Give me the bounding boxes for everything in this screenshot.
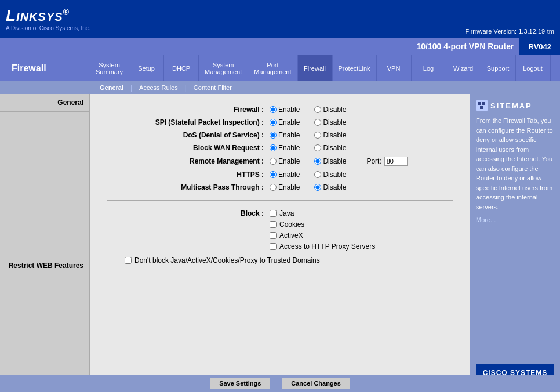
spi-disable-option[interactable]: Disable <box>314 118 346 126</box>
model-name: 10/100 4-port VPN Router <box>0 42 519 51</box>
sidebar: General Restrict WEB Features <box>0 94 90 392</box>
save-settings-button[interactable]: Save Settings <box>210 378 270 389</box>
section-title: Firewall <box>0 55 90 81</box>
label-spi: SPI (Stateful Packet Inspection) : <box>107 118 270 126</box>
multicast-disable-label: Disable <box>323 183 346 191</box>
sub-nav: General | Access Rules | Content Filter <box>0 81 560 94</box>
multicast-disable-radio[interactable] <box>314 184 321 191</box>
firewall-enable-radio[interactable] <box>270 106 277 113</box>
logo-area: LINKSYS® A Division of Cisco Systems, In… <box>6 6 90 31</box>
svg-rect-0 <box>478 102 481 105</box>
tab-setup[interactable]: Setup <box>129 55 164 81</box>
firewall-disable-radio[interactable] <box>314 106 321 113</box>
block-proxy-checkbox[interactable] <box>270 243 277 250</box>
cancel-changes-button[interactable]: Cancel Changes <box>282 378 350 389</box>
radio-group-spi: Enable Disable <box>270 118 358 126</box>
dos-enable-label: Enable <box>278 131 300 139</box>
subtab-access-rules[interactable]: Access Rules <box>132 83 185 92</box>
remote-mgmt-disable-option[interactable]: Disable <box>314 157 346 165</box>
radio-group-firewall: Enable Disable <box>270 106 358 114</box>
tab-port-management[interactable]: PortManagement <box>248 55 297 81</box>
block-proxy-label: Access to HTTP Proxy Servers <box>279 242 375 251</box>
https-disable-radio[interactable] <box>314 171 321 178</box>
https-enable-option[interactable]: Enable <box>270 170 300 179</box>
https-enable-radio[interactable] <box>270 171 277 178</box>
block-wan-enable-option[interactable]: Enable <box>270 144 300 152</box>
tab-log[interactable]: Log <box>412 55 446 81</box>
spi-enable-option[interactable]: Enable <box>270 118 300 126</box>
tab-support[interactable]: Support <box>481 55 516 81</box>
block-cookies-option[interactable]: Cookies <box>270 220 375 228</box>
row-https: HTTPS : Enable Disable <box>107 170 453 179</box>
port-input[interactable] <box>384 157 408 166</box>
sitemap-title: SITEMAP <box>490 101 532 110</box>
block-checkbox-list: Java Cookies ActiveX Access to HTTP Prox… <box>270 209 375 251</box>
multicast-enable-radio[interactable] <box>270 184 277 191</box>
tab-system-management[interactable]: SystemManagement <box>199 55 248 81</box>
dos-disable-option[interactable]: Disable <box>314 131 346 139</box>
port-label: Port: <box>366 157 381 165</box>
content-area: Firewall : Enable Disable SPI (Stateful … <box>90 94 470 392</box>
tagline: A Division of Cisco Systems, Inc. <box>6 25 90 31</box>
https-disable-option[interactable]: Disable <box>314 170 346 179</box>
tab-firewall[interactable]: Firewall <box>298 55 333 81</box>
tab-logout[interactable]: Logout <box>516 55 551 81</box>
sitemap-container: SITEMAP From the Firewall Tab, you can c… <box>476 100 554 386</box>
block-wan-disable-radio[interactable] <box>314 144 321 151</box>
spi-enable-radio[interactable] <box>270 119 277 126</box>
remote-mgmt-disable-radio[interactable] <box>314 158 321 165</box>
block-activex-label: ActiveX <box>279 231 303 239</box>
model-bar: 10/100 4-port VPN Router RV042 <box>0 38 560 55</box>
block-java-checkbox[interactable] <box>270 210 277 217</box>
header: LINKSYS® A Division of Cisco Systems, In… <box>0 0 560 38</box>
subtab-general[interactable]: General <box>93 83 130 92</box>
multicast-disable-option[interactable]: Disable <box>314 183 346 191</box>
row-block-wan: Block WAN Request : Enable Disable <box>107 144 453 152</box>
https-enable-label: Enable <box>278 170 300 179</box>
block-wan-enable-label: Enable <box>278 144 300 152</box>
port-field: Port: <box>366 157 407 166</box>
row-remote-mgmt: Remote Management : Enable Disable Port: <box>107 157 453 166</box>
dos-disable-radio[interactable] <box>314 132 321 139</box>
row-firewall: Firewall : Enable Disable <box>107 106 453 114</box>
block-activex-checkbox[interactable] <box>270 232 277 239</box>
block-wan-disable-label: Disable <box>323 144 346 152</box>
sitemap-more-link[interactable]: More... <box>476 216 554 223</box>
remote-mgmt-enable-radio[interactable] <box>270 158 277 165</box>
subtab-content-filter[interactable]: Content Filter <box>187 83 239 92</box>
sitemap-panel: SITEMAP From the Firewall Tab, you can c… <box>470 94 560 392</box>
sitemap-header: SITEMAP <box>476 100 554 111</box>
spi-disable-radio[interactable] <box>314 119 321 126</box>
firewall-enable-label: Enable <box>278 106 300 114</box>
model-number: RV042 <box>519 38 560 55</box>
label-multicast: Multicast Pass Through : <box>107 183 270 191</box>
radio-group-dos: Enable Disable <box>270 131 358 139</box>
tab-dhcp[interactable]: DHCP <box>164 55 199 81</box>
block-proxy-option[interactable]: Access to HTTP Proxy Servers <box>270 242 375 251</box>
firewall-enable-option[interactable]: Enable <box>270 106 300 114</box>
block-section: Block : Java Cookies ActiveX Access to H… <box>107 209 453 251</box>
block-activex-option[interactable]: ActiveX <box>270 231 375 239</box>
block-java-option[interactable]: Java <box>270 209 375 217</box>
block-wan-enable-radio[interactable] <box>270 144 277 151</box>
tab-vpn[interactable]: VPN <box>377 55 412 81</box>
dos-enable-radio[interactable] <box>270 132 277 139</box>
tab-wizard[interactable]: Wizard <box>446 55 481 81</box>
tab-protectlink[interactable]: ProtectLink <box>333 55 377 81</box>
block-cookies-checkbox[interactable] <box>270 221 277 228</box>
dos-enable-option[interactable]: Enable <box>270 131 300 139</box>
sidebar-item-general[interactable]: General <box>0 94 89 112</box>
firmware-version: Firmware Version: 1.3.12.19-tm <box>466 28 554 38</box>
firewall-disable-option[interactable]: Disable <box>314 106 346 114</box>
row-spi: SPI (Stateful Packet Inspection) : Enabl… <box>107 118 453 126</box>
remote-mgmt-enable-option[interactable]: Enable <box>270 157 300 165</box>
main-layout: General Restrict WEB Features Firewall :… <box>0 94 560 392</box>
multicast-enable-option[interactable]: Enable <box>270 183 300 191</box>
block-wan-disable-option[interactable]: Disable <box>314 144 346 152</box>
trusted-domains-checkbox[interactable] <box>125 257 132 264</box>
block-java-label: Java <box>279 209 294 217</box>
sitemap-icon <box>476 100 488 111</box>
tab-system-summary[interactable]: SystemSummary <box>90 55 129 81</box>
sidebar-item-restrict[interactable]: Restrict WEB Features <box>0 257 89 274</box>
trusted-domains-label: Don't block Java/ActiveX/Cookies/Proxy t… <box>134 256 320 264</box>
